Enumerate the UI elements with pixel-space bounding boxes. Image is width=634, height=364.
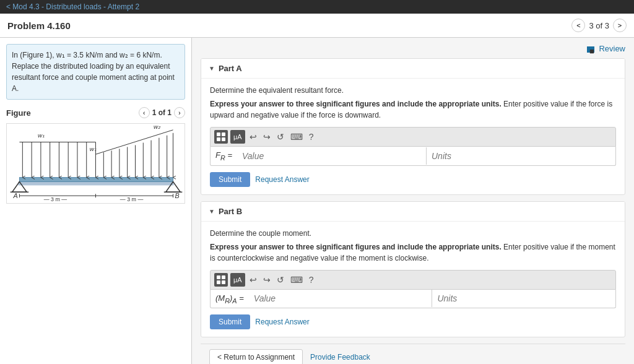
part-b-instructions: Express your answer to three significant…	[210, 241, 616, 264]
figure-next-button[interactable]: ›	[174, 107, 185, 118]
part-b-request-button[interactable]: Request Answer	[255, 318, 309, 326]
part-b-description: Determine the couple moment.	[210, 229, 616, 238]
part-a-help-button[interactable]: ?	[307, 132, 316, 142]
part-b-undo-button[interactable]: ↩	[248, 275, 259, 285]
part-b-keyboard-button[interactable]: ⌨	[289, 275, 305, 285]
svg-text:B: B	[175, 192, 180, 199]
figure-header: Figure ‹ 1 of 1 ›	[6, 107, 185, 118]
part-b-collapse-button[interactable]: ▼	[209, 208, 215, 215]
part-a-section: ▼ Part A Determine the equivalent result…	[201, 58, 625, 195]
part-a-instructions: Express your answer to three significant…	[210, 98, 616, 121]
part-b-section: ▼ Part B Determine the couple moment. Ex…	[201, 201, 625, 338]
prev-button[interactable]: <	[571, 19, 585, 32]
part-a-units-input[interactable]	[427, 147, 615, 165]
header: Problem 4.160 < 3 of 3 >	[0, 14, 634, 38]
feedback-link[interactable]: Provide Feedback	[310, 353, 370, 362]
figure-page-info: 1 of 1	[152, 108, 172, 117]
part-a-content: Determine the equivalent resultant force…	[201, 79, 625, 194]
figure-image: w₁ w₂ w₁ A B — 3 m — — 3 m —	[6, 123, 185, 204]
part-b-ua-button[interactable]: μA	[230, 273, 245, 287]
svg-text:A: A	[13, 192, 18, 199]
top-bar: < Mod 4.3 - Distributed loads - Attempt …	[0, 0, 634, 14]
grid-icon	[217, 132, 225, 141]
part-a-grid-button[interactable]	[214, 130, 228, 144]
part-a-description: Determine the equivalent resultant force…	[210, 86, 616, 95]
part-a-label: Part A	[219, 64, 242, 73]
part-a-submit-button[interactable]: Submit	[210, 172, 250, 187]
part-a-undo-button[interactable]: ↩	[248, 132, 259, 142]
part-b-redo-button[interactable]: ↪	[261, 275, 272, 285]
part-b-input-area: (MR)A =	[210, 290, 616, 309]
part-a-action-row: Submit Request Answer	[210, 172, 616, 187]
part-a-input-area: FR =	[210, 147, 616, 166]
page-info: 3 of 3	[589, 21, 609, 30]
review-section: ■ Review	[201, 44, 625, 53]
part-a-ua-button[interactable]: μA	[230, 130, 245, 144]
figure-svg: w₁ w₂ w₁ A B — 3 m — — 3 m —	[7, 124, 185, 203]
next-button[interactable]: >	[613, 19, 627, 32]
svg-text:— 3 m —: — 3 m —	[44, 196, 67, 202]
navigation-controls: < 3 of 3 >	[571, 19, 627, 32]
part-b-value-input[interactable]	[249, 290, 433, 307]
part-b-grid-button[interactable]	[214, 273, 228, 287]
figure-label: Figure	[6, 108, 31, 118]
part-a-toolbar: μA ↩ ↪ ↺ ⌨ ?	[210, 127, 616, 147]
part-b-help-button[interactable]: ?	[307, 275, 316, 285]
figure-prev-button[interactable]: ‹	[139, 107, 150, 118]
part-b-submit-button[interactable]: Submit	[210, 314, 250, 329]
svg-text:— 3 m —: — 3 m —	[120, 196, 144, 202]
part-a-input-label: FR =	[211, 147, 237, 165]
review-icon: ■	[587, 46, 594, 53]
part-a-header: ▼ Part A	[201, 59, 625, 79]
part-a-request-button[interactable]: Request Answer	[255, 175, 309, 184]
part-b-units-input[interactable]	[432, 290, 615, 307]
svg-text:w₁: w₁	[90, 145, 97, 152]
part-a-collapse-button[interactable]: ▼	[209, 65, 215, 72]
part-b-toolbar: μA ↩ ↪ ↺ ⌨ ?	[210, 270, 616, 290]
svg-rect-1	[18, 182, 173, 186]
problem-description: In (Figure 1), w₁ = 3.5 kN/m and w₂ = 6 …	[6, 44, 185, 100]
bottom-bar: < Return to Assignment Provide Feedback	[201, 344, 625, 364]
part-a-refresh-button[interactable]: ↺	[275, 132, 286, 142]
part-b-input-label: (MR)A =	[211, 290, 249, 308]
svg-rect-2	[19, 178, 173, 182]
svg-text:w₂: w₂	[154, 124, 161, 130]
part-a-value-input[interactable]	[237, 147, 427, 165]
problem-title: Problem 4.160	[7, 20, 71, 31]
part-b-refresh-button[interactable]: ↺	[275, 275, 286, 285]
part-b-label: Part B	[219, 207, 242, 216]
part-b-header: ▼ Part B	[201, 202, 625, 222]
problem-description-text: In (Figure 1), w₁ = 3.5 kN/m and w₂ = 6 …	[12, 51, 175, 93]
figure-nav: ‹ 1 of 1 ›	[139, 107, 185, 118]
part-a-keyboard-button[interactable]: ⌨	[289, 132, 305, 142]
part-b-input-container: μA ↩ ↪ ↺ ⌨ ? (MR)A =	[210, 270, 616, 309]
part-b-content: Determine the couple moment. Express you…	[201, 222, 625, 337]
figure-section: Figure ‹ 1 of 1 ›	[6, 107, 185, 204]
breadcrumb-link[interactable]: < Mod 4.3 - Distributed loads - Attempt …	[6, 2, 139, 11]
grid-icon-b	[217, 275, 225, 284]
return-button[interactable]: < Return to Assignment	[209, 349, 303, 364]
right-panel: ■ Review ▼ Part A Determine the equivale…	[192, 38, 634, 364]
left-panel: In (Figure 1), w₁ = 3.5 kN/m and w₂ = 6 …	[0, 38, 192, 364]
part-a-input-container: μA ↩ ↪ ↺ ⌨ ? FR =	[210, 127, 616, 166]
review-link[interactable]: Review	[599, 44, 625, 53]
part-b-action-row: Submit Request Answer	[210, 314, 616, 329]
svg-text:w₁: w₁	[38, 132, 45, 139]
part-a-redo-button[interactable]: ↪	[261, 132, 272, 142]
main-layout: In (Figure 1), w₁ = 3.5 kN/m and w₂ = 6 …	[0, 38, 634, 364]
